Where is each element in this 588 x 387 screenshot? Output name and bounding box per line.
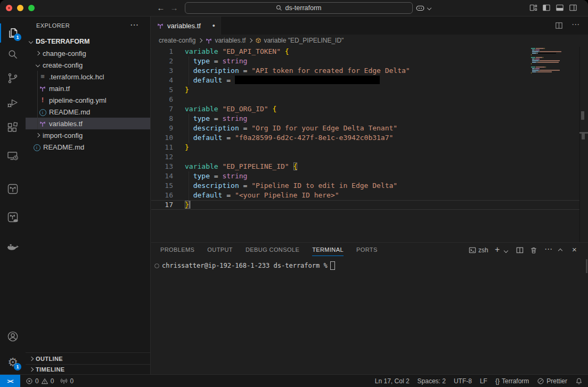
code-line-4[interactable]: 4 default = bbox=[151, 76, 579, 85]
panel-tab-output[interactable]: OUTPUT bbox=[207, 243, 233, 257]
toggle-panel-button[interactable] bbox=[556, 4, 564, 12]
outline-section-header[interactable]: OUTLINE bbox=[26, 352, 150, 364]
scrollbar-border bbox=[579, 47, 580, 242]
panel-tab-problems[interactable]: PROBLEMS bbox=[160, 243, 194, 257]
editor-more-actions-icon[interactable]: ⋯ bbox=[571, 20, 579, 29]
code-line-17[interactable]: 17} bbox=[151, 200, 579, 210]
activity-bar-item-extensions[interactable] bbox=[0, 117, 26, 138]
line-number: 13 bbox=[151, 162, 173, 171]
tree-item-ds-terraform[interactable]: DS-TERRAFORM bbox=[26, 36, 150, 47]
problems-status-item[interactable]: 0 0 bbox=[26, 377, 54, 385]
toggle-secondary-sidebar-button[interactable] bbox=[569, 4, 577, 12]
split-editor-icon[interactable] bbox=[555, 22, 563, 29]
code-line-13[interactable]: 13variable "ED_PIPELINE_ID" { bbox=[151, 162, 579, 171]
terminal-prompt-line[interactable]: chrissatter@ip-192-168-1-233 ds-terrafor… bbox=[154, 261, 335, 270]
tree-item-readme-md[interactable]: iREADME.md bbox=[26, 106, 150, 118]
minimap-line bbox=[531, 68, 540, 69]
tree-item-label: create-config bbox=[43, 61, 83, 69]
activity-bar-item-hcp-terraform[interactable] bbox=[0, 207, 26, 228]
indentation-item[interactable]: Spaces: 2 bbox=[418, 377, 446, 385]
code-line-12[interactable]: 12 bbox=[151, 152, 579, 162]
code-line-8[interactable]: 8 type = string bbox=[151, 114, 579, 123]
close-panel-icon[interactable]: × bbox=[572, 245, 577, 254]
tree-item-create-config[interactable]: create-config bbox=[26, 59, 150, 71]
explorer-more-actions-icon[interactable]: ⋯ bbox=[130, 20, 138, 30]
activity-bar-item-manage[interactable]: ⚙1 bbox=[0, 352, 26, 373]
minimap-line bbox=[531, 67, 546, 68]
cursor-position-item[interactable]: Ln 17, Col 2 bbox=[375, 377, 410, 385]
activity-bar-item-search[interactable] bbox=[0, 44, 26, 65]
navigate-back-button[interactable]: ← bbox=[156, 2, 166, 14]
activity-bar-item-accounts[interactable] bbox=[0, 326, 26, 347]
search-value: ds-terraform bbox=[285, 4, 321, 12]
line-number: 2 bbox=[151, 56, 173, 66]
tree-item-change-config[interactable]: change-config bbox=[26, 47, 150, 59]
code-line-3[interactable]: 3 description = "API token for created f… bbox=[151, 66, 579, 76]
activity-bar-item-docker[interactable] bbox=[0, 236, 26, 258]
line-number: 10 bbox=[151, 133, 173, 143]
terraform-icon bbox=[6, 183, 19, 195]
panel-scrollbar[interactable] bbox=[586, 259, 587, 273]
customize-layout-button[interactable] bbox=[529, 4, 538, 12]
activity-bar-item-source-control[interactable] bbox=[0, 68, 26, 89]
formatter-item[interactable]: Prettier bbox=[537, 377, 567, 385]
notifications-bell-icon[interactable] bbox=[575, 377, 583, 385]
eol-item[interactable]: LF bbox=[480, 377, 487, 385]
timeline-section-header[interactable]: TIMELINE bbox=[26, 364, 150, 374]
zoom-window-button[interactable] bbox=[28, 5, 35, 11]
code-line-7[interactable]: 7variable "ED_ORG_ID" { bbox=[151, 104, 579, 114]
copilot-icon[interactable] bbox=[415, 3, 426, 13]
prettier-icon bbox=[537, 377, 544, 385]
panel-more-actions-icon[interactable]: ⋯ bbox=[544, 244, 552, 254]
panel-tab-terminal[interactable]: TERMINAL bbox=[312, 243, 344, 257]
tree-item-readme-md[interactable]: iREADME.md bbox=[26, 141, 150, 153]
terminal-dropdown-chevron-icon[interactable] bbox=[504, 249, 508, 252]
kill-terminal-trash-icon[interactable] bbox=[530, 246, 537, 254]
terminal-icon bbox=[469, 246, 476, 254]
activity-bar-item-remote-explorer[interactable] bbox=[0, 145, 26, 167]
tree-item-import-config[interactable]: import-config bbox=[26, 129, 150, 141]
terminal-shell-item[interactable]: zsh bbox=[469, 246, 488, 254]
tree-item--terraform-lock-hcl[interactable]: ≡.terraform.lock.hcl bbox=[26, 71, 150, 83]
tree-item-pipeline-config-yml[interactable]: !pipeline-config.yml bbox=[26, 94, 150, 106]
code-line-11[interactable]: 11} bbox=[151, 143, 579, 152]
activity-bar-item-terraform[interactable] bbox=[0, 178, 26, 200]
remote-indicator[interactable]: >< bbox=[0, 375, 20, 387]
tab-variables-tf[interactable]: variables.tf ● bbox=[151, 17, 221, 35]
toggle-primary-sidebar-button[interactable] bbox=[542, 4, 551, 12]
minimize-window-button[interactable] bbox=[17, 5, 23, 11]
language-mode-item[interactable]: {} Terraform bbox=[495, 377, 529, 385]
code-line-9[interactable]: 9 description = "Org ID for your Edge De… bbox=[151, 123, 579, 133]
code-line-15[interactable]: 15 description = "Pipeline ID to edit in… bbox=[151, 181, 579, 191]
line-number: 14 bbox=[151, 171, 173, 181]
activity-bar-item-run-and-debug[interactable] bbox=[0, 92, 26, 113]
code-line-10[interactable]: 10 default = "f0a28599-6d2c-427f-8e1c-e3… bbox=[151, 133, 579, 143]
ports-status-item[interactable]: 0 bbox=[60, 377, 74, 385]
close-window-button[interactable] bbox=[6, 5, 12, 11]
code-line-5[interactable]: 5} bbox=[151, 85, 579, 95]
command-center-search[interactable]: ds-terraform bbox=[185, 2, 413, 14]
maximize-panel-chevron-up-icon[interactable] bbox=[559, 249, 562, 252]
panel-tab-ports[interactable]: PORTS bbox=[356, 243, 378, 257]
tree-item-variables-tf[interactable]: variables.tf bbox=[26, 118, 150, 129]
split-terminal-icon[interactable] bbox=[516, 246, 524, 254]
code-line-1[interactable]: 1variable "ED_API_TOKEN" { bbox=[151, 47, 579, 56]
code-line-16[interactable]: 16 default = "<your Pipeline ID here>" bbox=[151, 191, 579, 200]
activity-bar-item-explorer[interactable]: 1 bbox=[0, 22, 26, 44]
modified-dot-icon[interactable]: ● bbox=[213, 23, 215, 28]
line-number: 7 bbox=[151, 104, 173, 114]
panel-tab-debug-console[interactable]: DEBUG CONSOLE bbox=[246, 243, 299, 257]
code-line-14[interactable]: 14 type = string bbox=[151, 171, 579, 181]
breadcrumb-item[interactable]: create-config bbox=[159, 37, 195, 44]
code-line-6[interactable]: 6 bbox=[151, 95, 579, 104]
new-terminal-button[interactable]: + bbox=[495, 245, 500, 254]
explorer-sidebar: EXPLORER ⋯ DS-TERRAFORMchange-configcrea… bbox=[26, 17, 151, 374]
copilot-chevron-down-icon[interactable] bbox=[427, 6, 431, 10]
encoding-item[interactable]: UTF-8 bbox=[454, 377, 472, 385]
docker-icon bbox=[6, 241, 19, 253]
tree-item-main-tf[interactable]: main.tf bbox=[26, 83, 150, 94]
breadcrumb-item[interactable]: variables.tf bbox=[205, 37, 246, 44]
code-line-2[interactable]: 2 type = string bbox=[151, 56, 579, 66]
navigate-forward-button[interactable]: → bbox=[169, 2, 179, 14]
breadcrumb-item[interactable]: variable "ED_PIPELINE_ID" bbox=[255, 37, 344, 44]
